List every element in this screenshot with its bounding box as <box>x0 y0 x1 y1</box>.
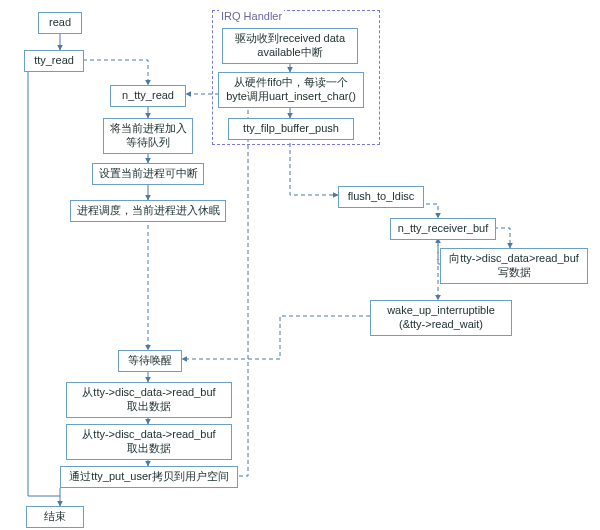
node-irq-fifo: 从硬件fifo中，每读一个 byte调用uart_insert_char() <box>218 72 364 108</box>
node-wakeup: wake_up_interruptible (&tty->read_wait) <box>370 300 512 336</box>
node-flush: flush_to_ldisc <box>338 186 424 208</box>
flowchart-canvas: IRQ Handler read tty_read n_tty_read 将当前… <box>0 0 600 530</box>
node-n-tty-read: n_tty_read <box>110 85 186 107</box>
node-irq-recv: 驱动收到received data available中断 <box>222 28 358 64</box>
irq-handler-group-label: IRQ Handler <box>219 10 284 22</box>
node-wait-wake: 等待唤醒 <box>118 350 182 372</box>
node-flip-push: tty_filp_buffer_push <box>228 118 354 140</box>
node-tty-read: tty_read <box>24 50 84 72</box>
node-end: 结束 <box>26 506 84 528</box>
node-read: read <box>38 12 82 34</box>
node-take2: 从tty->disc_data->read_buf 取出数据 <box>66 424 232 460</box>
node-put-user: 通过tty_put_user拷贝到用户空间 <box>60 466 238 488</box>
node-take1: 从tty->disc_data->read_buf 取出数据 <box>66 382 232 418</box>
node-sched: 进程调度，当前进程进入休眠 <box>70 200 226 222</box>
node-set-interrupt: 设置当前进程可中断 <box>92 163 204 185</box>
node-write-rb: 向tty->disc_data>read_buf 写数据 <box>440 248 588 284</box>
node-recv-buf: n_tty_receiver_buf <box>390 218 496 240</box>
node-enqueue: 将当前进程加入 等待队列 <box>103 118 193 154</box>
